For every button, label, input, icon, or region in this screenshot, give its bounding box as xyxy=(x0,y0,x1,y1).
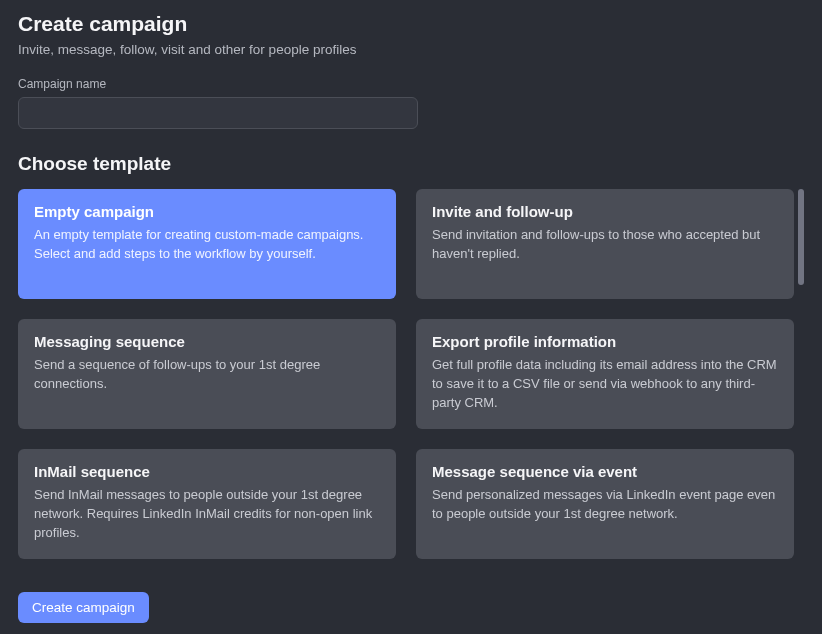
template-card-title: Export profile information xyxy=(432,333,778,350)
template-card-message-via-event[interactable]: Message sequence via event Send personal… xyxy=(416,449,794,559)
template-card-desc: Send personalized messages via LinkedIn … xyxy=(432,486,778,524)
template-card-title: Messaging sequence xyxy=(34,333,380,350)
template-card-empty-campaign[interactable]: Empty campaign An empty template for cre… xyxy=(18,189,396,299)
choose-template-title: Choose template xyxy=(18,153,804,175)
template-card-invite-follow-up[interactable]: Invite and follow-up Send invitation and… xyxy=(416,189,794,299)
footer-bar: Create campaign xyxy=(0,580,822,634)
template-card-title: Empty campaign xyxy=(34,203,380,220)
template-card-title: Message sequence via event xyxy=(432,463,778,480)
template-card-desc: Send invitation and follow-ups to those … xyxy=(432,226,778,264)
template-card-messaging-sequence[interactable]: Messaging sequence Send a sequence of fo… xyxy=(18,319,396,429)
template-card-desc: Send InMail messages to people outside y… xyxy=(34,486,380,543)
template-card-title: Invite and follow-up xyxy=(432,203,778,220)
scrollbar-thumb[interactable] xyxy=(798,189,804,285)
template-card-inmail-sequence[interactable]: InMail sequence Send InMail messages to … xyxy=(18,449,396,559)
template-card-desc: Send a sequence of follow-ups to your 1s… xyxy=(34,356,380,394)
campaign-name-input[interactable] xyxy=(18,97,418,129)
template-grid: Empty campaign An empty template for cre… xyxy=(18,189,804,559)
create-campaign-button[interactable]: Create campaign xyxy=(18,592,149,623)
template-card-export-profile[interactable]: Export profile information Get full prof… xyxy=(416,319,794,429)
template-card-title: InMail sequence xyxy=(34,463,380,480)
page-title: Create campaign xyxy=(18,12,804,36)
template-card-desc: An empty template for creating custom-ma… xyxy=(34,226,380,264)
page-subtitle: Invite, message, follow, visit and other… xyxy=(18,42,804,57)
template-card-desc: Get full profile data including its emai… xyxy=(432,356,778,413)
campaign-name-label: Campaign name xyxy=(18,77,804,91)
